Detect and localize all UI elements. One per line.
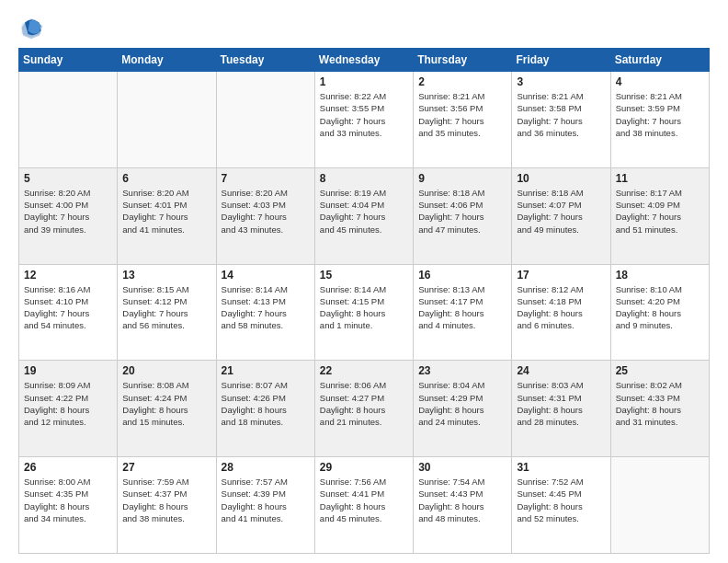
calendar-cell: 20Sunrise: 8:08 AM Sunset: 4:24 PM Dayli…: [118, 361, 216, 457]
day-number: 1: [320, 75, 408, 88]
day-info: Sunrise: 7:59 AM Sunset: 4:37 PM Dayligh…: [122, 476, 210, 524]
calendar-cell: 12Sunrise: 8:16 AM Sunset: 4:10 PM Dayli…: [19, 264, 118, 361]
day-info: Sunrise: 8:20 AM Sunset: 4:03 PM Dayligh…: [222, 187, 310, 236]
day-info: Sunrise: 8:17 AM Sunset: 4:09 PM Dayligh…: [616, 187, 704, 236]
calendar-cell: 17Sunrise: 8:12 AM Sunset: 4:18 PM Dayli…: [512, 264, 610, 361]
day-info: Sunrise: 8:12 AM Sunset: 4:18 PM Dayligh…: [517, 283, 605, 332]
day-number: 13: [122, 269, 210, 282]
calendar-cell: 3Sunrise: 8:21 AM Sunset: 3:58 PM Daylig…: [512, 72, 610, 168]
day-info: Sunrise: 8:20 AM Sunset: 4:00 PM Dayligh…: [24, 187, 112, 236]
day-number: 8: [320, 172, 408, 185]
day-number: 31: [517, 461, 605, 474]
day-number: 15: [320, 269, 408, 282]
weekday-header-sunday: Sunday: [19, 49, 118, 72]
day-number: 16: [418, 269, 506, 282]
calendar-cell: 18Sunrise: 8:10 AM Sunset: 4:20 PM Dayli…: [610, 264, 709, 361]
calendar-table: SundayMondayTuesdayWednesdayThursdayFrid…: [18, 48, 710, 554]
day-number: 2: [418, 75, 506, 88]
calendar-cell: 8Sunrise: 8:19 AM Sunset: 4:04 PM Daylig…: [314, 167, 413, 264]
logo: [18, 15, 46, 40]
calendar-cell: 10Sunrise: 8:18 AM Sunset: 4:07 PM Dayli…: [512, 167, 610, 264]
calendar-cell: 23Sunrise: 8:04 AM Sunset: 4:29 PM Dayli…: [414, 361, 512, 457]
day-number: 17: [517, 269, 605, 282]
day-info: Sunrise: 8:13 AM Sunset: 4:17 PM Dayligh…: [418, 283, 506, 332]
weekday-header-saturday: Saturday: [610, 49, 709, 72]
calendar-cell: 15Sunrise: 8:14 AM Sunset: 4:15 PM Dayli…: [314, 264, 413, 361]
day-number: 12: [24, 269, 112, 282]
day-number: 14: [222, 269, 310, 282]
day-info: Sunrise: 8:16 AM Sunset: 4:10 PM Dayligh…: [24, 283, 112, 332]
day-number: 18: [616, 269, 704, 282]
calendar-week-row: 5Sunrise: 8:20 AM Sunset: 4:00 PM Daylig…: [19, 167, 710, 264]
day-info: Sunrise: 7:54 AM Sunset: 4:43 PM Dayligh…: [418, 476, 506, 524]
day-info: Sunrise: 8:14 AM Sunset: 4:15 PM Dayligh…: [320, 283, 408, 332]
calendar-cell: 31Sunrise: 7:52 AM Sunset: 4:45 PM Dayli…: [512, 457, 610, 554]
day-number: 21: [222, 364, 310, 377]
day-info: Sunrise: 8:07 AM Sunset: 4:26 PM Dayligh…: [222, 379, 310, 428]
day-number: 25: [616, 364, 704, 377]
day-number: 28: [222, 461, 310, 474]
calendar-cell: 13Sunrise: 8:15 AM Sunset: 4:12 PM Dayli…: [118, 264, 216, 361]
day-number: 11: [616, 172, 704, 185]
calendar-week-row: 1Sunrise: 8:22 AM Sunset: 3:55 PM Daylig…: [19, 72, 710, 168]
calendar-cell: 19Sunrise: 8:09 AM Sunset: 4:22 PM Dayli…: [19, 361, 118, 457]
calendar-cell: 4Sunrise: 8:21 AM Sunset: 3:59 PM Daylig…: [610, 72, 709, 168]
day-info: Sunrise: 8:19 AM Sunset: 4:04 PM Dayligh…: [320, 187, 408, 236]
day-number: 6: [122, 172, 210, 185]
day-number: 19: [24, 364, 112, 377]
day-info: Sunrise: 8:18 AM Sunset: 4:07 PM Dayligh…: [517, 187, 605, 236]
day-info: Sunrise: 8:18 AM Sunset: 4:06 PM Dayligh…: [418, 187, 506, 236]
day-number: 20: [122, 364, 210, 377]
day-number: 9: [418, 172, 506, 185]
calendar-week-row: 19Sunrise: 8:09 AM Sunset: 4:22 PM Dayli…: [19, 361, 710, 457]
calendar-cell: [19, 72, 118, 168]
day-info: Sunrise: 8:00 AM Sunset: 4:35 PM Dayligh…: [24, 476, 112, 524]
calendar-cell: [216, 72, 314, 168]
calendar-cell: 1Sunrise: 8:22 AM Sunset: 3:55 PM Daylig…: [314, 72, 413, 168]
calendar-cell: [610, 457, 709, 554]
day-info: Sunrise: 8:10 AM Sunset: 4:20 PM Dayligh…: [616, 283, 704, 332]
calendar-cell: 24Sunrise: 8:03 AM Sunset: 4:31 PM Dayli…: [512, 361, 610, 457]
day-info: Sunrise: 8:20 AM Sunset: 4:01 PM Dayligh…: [122, 187, 210, 236]
calendar-cell: 29Sunrise: 7:56 AM Sunset: 4:41 PM Dayli…: [314, 457, 413, 554]
day-info: Sunrise: 8:06 AM Sunset: 4:27 PM Dayligh…: [320, 379, 408, 428]
header: [18, 15, 710, 40]
day-info: Sunrise: 8:15 AM Sunset: 4:12 PM Dayligh…: [122, 283, 210, 332]
day-number: 7: [222, 172, 310, 185]
weekday-header-tuesday: Tuesday: [216, 49, 314, 72]
day-number: 22: [320, 364, 408, 377]
calendar-cell: [118, 72, 216, 168]
day-info: Sunrise: 8:14 AM Sunset: 4:13 PM Dayligh…: [222, 283, 310, 332]
weekday-header-friday: Friday: [512, 49, 610, 72]
day-info: Sunrise: 8:08 AM Sunset: 4:24 PM Dayligh…: [122, 379, 210, 428]
weekday-header-monday: Monday: [118, 49, 216, 72]
calendar-cell: 22Sunrise: 8:06 AM Sunset: 4:27 PM Dayli…: [314, 361, 413, 457]
weekday-header-thursday: Thursday: [414, 49, 512, 72]
day-info: Sunrise: 7:52 AM Sunset: 4:45 PM Dayligh…: [517, 476, 605, 524]
day-number: 10: [517, 172, 605, 185]
page: SundayMondayTuesdayWednesdayThursdayFrid…: [0, 0, 728, 563]
calendar-week-row: 12Sunrise: 8:16 AM Sunset: 4:10 PM Dayli…: [19, 264, 710, 361]
calendar-cell: 30Sunrise: 7:54 AM Sunset: 4:43 PM Dayli…: [414, 457, 512, 554]
calendar-cell: 27Sunrise: 7:59 AM Sunset: 4:37 PM Dayli…: [118, 457, 216, 554]
calendar-cell: 28Sunrise: 7:57 AM Sunset: 4:39 PM Dayli…: [216, 457, 314, 554]
calendar-cell: 2Sunrise: 8:21 AM Sunset: 3:56 PM Daylig…: [414, 72, 512, 168]
day-info: Sunrise: 8:21 AM Sunset: 3:56 PM Dayligh…: [418, 90, 506, 139]
day-number: 4: [616, 75, 704, 88]
weekday-header-row: SundayMondayTuesdayWednesdayThursdayFrid…: [19, 49, 710, 72]
logo-icon: [18, 15, 44, 40]
day-number: 26: [24, 461, 112, 474]
calendar-cell: 14Sunrise: 8:14 AM Sunset: 4:13 PM Dayli…: [216, 264, 314, 361]
calendar-cell: 7Sunrise: 8:20 AM Sunset: 4:03 PM Daylig…: [216, 167, 314, 264]
day-info: Sunrise: 8:04 AM Sunset: 4:29 PM Dayligh…: [418, 379, 506, 428]
day-info: Sunrise: 8:02 AM Sunset: 4:33 PM Dayligh…: [616, 379, 704, 428]
day-info: Sunrise: 8:21 AM Sunset: 3:59 PM Dayligh…: [616, 90, 704, 139]
calendar-cell: 9Sunrise: 8:18 AM Sunset: 4:06 PM Daylig…: [414, 167, 512, 264]
weekday-header-wednesday: Wednesday: [314, 49, 413, 72]
day-number: 29: [320, 461, 408, 474]
day-info: Sunrise: 7:57 AM Sunset: 4:39 PM Dayligh…: [222, 476, 310, 524]
calendar-cell: 16Sunrise: 8:13 AM Sunset: 4:17 PM Dayli…: [414, 264, 512, 361]
day-info: Sunrise: 7:56 AM Sunset: 4:41 PM Dayligh…: [320, 476, 408, 524]
day-number: 30: [418, 461, 506, 474]
day-info: Sunrise: 8:03 AM Sunset: 4:31 PM Dayligh…: [517, 379, 605, 428]
